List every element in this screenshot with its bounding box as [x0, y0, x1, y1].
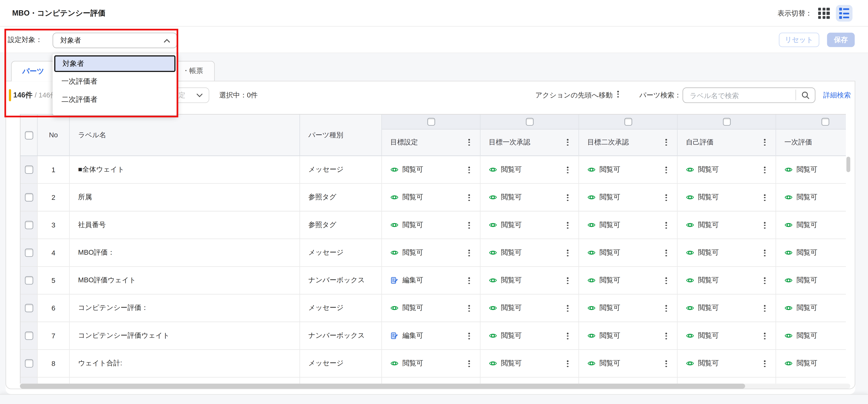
dropdown-option[interactable]: 一次評価者 — [53, 72, 177, 90]
cell-menu-icon[interactable] — [567, 361, 568, 367]
search-icon[interactable] — [801, 91, 810, 100]
target-select[interactable]: 対象者 — [53, 33, 177, 48]
column-select-checkbox[interactable] — [526, 118, 533, 126]
vertical-scrollbar-thumb[interactable] — [846, 157, 850, 172]
cell-menu-icon[interactable] — [665, 250, 667, 256]
column-menu-icon[interactable] — [567, 139, 568, 146]
cell-menu-icon[interactable] — [665, 222, 667, 229]
cell-menu-icon[interactable] — [468, 277, 470, 284]
view-permission-icon — [784, 359, 793, 368]
cell-menu-icon[interactable] — [764, 277, 766, 284]
permission-value: 閲覧可 — [698, 220, 719, 230]
row-checkbox[interactable] — [25, 221, 33, 229]
cell-menu-icon[interactable] — [665, 167, 667, 174]
column-select-cell — [382, 115, 480, 130]
row-label: 所属 — [70, 184, 300, 212]
cell-menu-icon[interactable] — [764, 167, 766, 174]
permission-value: 閲覧可 — [797, 303, 817, 313]
view-permission-icon — [390, 304, 399, 312]
column-select-checkbox[interactable] — [624, 118, 632, 126]
cell-menu-icon[interactable] — [567, 333, 568, 339]
row-checkbox[interactable] — [25, 276, 33, 284]
cell-menu-icon[interactable] — [468, 333, 470, 339]
row-checkbox[interactable] — [25, 304, 33, 312]
cell-menu-icon[interactable] — [468, 305, 470, 312]
column-select-cell — [678, 115, 776, 130]
row-checkbox[interactable] — [25, 165, 33, 174]
cell-menu-icon[interactable] — [665, 194, 667, 201]
dropdown-option-selected[interactable]: 対象者 — [54, 56, 176, 72]
cell-menu-icon[interactable] — [764, 250, 766, 256]
toolbar-menu-icon[interactable] — [617, 91, 619, 97]
cell-menu-icon[interactable] — [567, 194, 568, 201]
cell-menu-icon[interactable] — [665, 305, 667, 312]
save-button[interactable]: 保存 — [827, 33, 855, 47]
cell-menu-icon[interactable] — [764, 333, 766, 339]
select-all-checkbox[interactable] — [25, 131, 33, 139]
permission-cell: 閲覧可 — [480, 267, 579, 294]
permission-cell: 閲覧可 — [678, 239, 776, 267]
column-menu-icon[interactable] — [468, 139, 470, 146]
permission-cell: 閲覧可 — [382, 350, 480, 377]
row-label: コンピテンシー評価ウェイト — [70, 322, 300, 350]
table-row: 2所属参照タグ閲覧可閲覧可閲覧可閲覧可閲覧可 — [21, 184, 846, 212]
row-label: MBO評価： — [70, 239, 300, 267]
advanced-search-link[interactable]: 詳細検索 — [823, 81, 851, 109]
column-select-checkbox[interactable] — [427, 118, 435, 126]
cell-menu-icon[interactable] — [468, 167, 470, 174]
column-menu-icon[interactable] — [764, 139, 766, 146]
tab-parts[interactable]: パーツ — [11, 61, 55, 82]
permission-cell: 閲覧可 — [480, 350, 579, 377]
row-checkbox[interactable] — [25, 249, 33, 257]
cell-menu-icon[interactable] — [567, 305, 568, 312]
column-menu-icon[interactable] — [665, 139, 667, 146]
row-checkbox[interactable] — [25, 332, 33, 340]
cell-menu-icon[interactable] — [665, 277, 667, 284]
column-select-checkbox[interactable] — [723, 118, 730, 126]
selection-count: 選択中：0件 — [219, 81, 258, 109]
cell-menu-icon[interactable] — [764, 361, 766, 367]
cell-menu-icon[interactable] — [567, 277, 568, 284]
table-body: 1■全体ウェイトメッセージ閲覧可閲覧可閲覧可閲覧可閲覧可2所属参照タグ閲覧可閲覧… — [21, 156, 846, 383]
row-select-cell — [21, 239, 38, 267]
cell-menu-icon[interactable] — [567, 222, 568, 229]
grid-view-icon[interactable] — [818, 7, 830, 19]
cell-menu-icon[interactable] — [764, 222, 766, 229]
permission-cell: 閲覧可 — [579, 267, 677, 294]
row-checkbox[interactable] — [25, 193, 33, 201]
row-type: メッセージ — [300, 350, 382, 377]
settings-actions: リセット 保存 — [779, 27, 855, 53]
cell-menu-icon[interactable] — [468, 361, 470, 367]
dropdown-option[interactable]: 二次評価者 — [53, 90, 177, 108]
horizontal-scrollbar-thumb[interactable] — [20, 384, 745, 389]
permission-cell: 閲覧可 — [776, 267, 846, 294]
view-permission-icon — [784, 165, 793, 174]
parts-search-input[interactable] — [689, 89, 793, 102]
reset-button[interactable]: リセット — [779, 33, 819, 47]
permission-cell: 閲覧可 — [776, 350, 846, 377]
cell-menu-icon[interactable] — [468, 194, 470, 201]
table-row: 6コンピテンシー評価：メッセージ閲覧可閲覧可閲覧可閲覧可閲覧可 — [21, 294, 846, 322]
view-permission-icon — [489, 221, 497, 229]
column-select-checkbox[interactable] — [821, 118, 829, 126]
move-to-action-top-button[interactable]: アクションの先頭へ移動 — [535, 81, 613, 109]
cell-menu-icon[interactable] — [567, 250, 568, 256]
permission-value: 閲覧可 — [797, 165, 817, 175]
cell-menu-icon[interactable] — [764, 305, 766, 312]
permission-cell: 閲覧可 — [678, 156, 776, 184]
cell-menu-icon[interactable] — [468, 250, 470, 256]
horizontal-scrollbar[interactable] — [20, 384, 850, 389]
cell-menu-icon[interactable] — [567, 167, 568, 174]
permission-cell: 閲覧可 — [776, 322, 846, 350]
edit-permission-icon — [390, 276, 399, 284]
cell-menu-icon[interactable] — [665, 361, 667, 367]
row-type: ナンバーボックス — [300, 267, 382, 294]
view-permission-icon — [390, 249, 399, 257]
row-checkbox[interactable] — [25, 359, 33, 368]
cell-menu-icon[interactable] — [468, 222, 470, 229]
cell-menu-icon[interactable] — [665, 333, 667, 339]
cell-menu-icon[interactable] — [764, 194, 766, 201]
list-view-button[interactable] — [836, 5, 852, 22]
parts-search-box — [683, 87, 815, 103]
permission-value: 閲覧可 — [402, 165, 423, 175]
